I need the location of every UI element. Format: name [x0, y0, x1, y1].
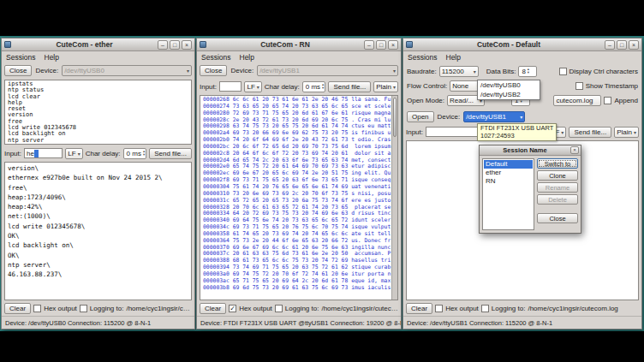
spin-value: 0 ms [127, 150, 141, 157]
input-field[interactable] [219, 81, 242, 92]
clear-button[interactable]: Clear [4, 303, 31, 314]
baudrate-combo[interactable]: 115200 ▾ [439, 66, 479, 77]
logging-checkbox[interactable] [80, 305, 87, 312]
clear-button[interactable]: Clear [200, 303, 226, 314]
device-label: Device: [35, 67, 58, 74]
logging-label: Logging to: [90, 305, 124, 312]
combo-value: Plain [376, 83, 391, 91]
chevron-down-icon: ▾ [520, 114, 522, 120]
send-file-button[interactable]: Send file... [328, 81, 371, 92]
maximize-icon[interactable]: □ [617, 40, 627, 50]
command-history-area[interactable]: ipstats ntp status lcd clear help reset … [4, 80, 192, 145]
hex-output-checkbox[interactable]: ✓ [229, 305, 236, 312]
logging-checkbox[interactable] [275, 305, 283, 312]
device-combo[interactable]: /dev/ttyUSB0 ▾ [62, 65, 192, 76]
close-icon[interactable]: × [388, 40, 398, 50]
delete-button[interactable]: Delete [537, 194, 578, 205]
log-file-field[interactable]: cutecom.log [553, 95, 601, 106]
menu-sessions[interactable]: Sessions [201, 53, 231, 62]
menubar: Sessions Help [2, 51, 194, 62]
session-item-default[interactable]: Default [484, 160, 533, 169]
minimize-icon[interactable]: – [158, 40, 168, 50]
menu-help[interactable]: Help [45, 53, 59, 62]
display-ctrl-checkbox[interactable] [559, 68, 567, 75]
hex-output-area[interactable]: 00000268 6c 6c 61 20 73 61 6e 61 2e 20 4… [200, 95, 398, 300]
spin-down-icon[interactable]: ▾ [528, 71, 529, 74]
status-bar: Device: /dev/ttyUSB1 Connection: 115200 … [403, 316, 641, 329]
maximize-icon[interactable]: □ [170, 40, 180, 50]
close-icon[interactable]: × [629, 40, 639, 50]
clone-button[interactable]: Clone [537, 170, 578, 181]
databits-spinner[interactable]: 8 ▴▾ [518, 66, 537, 77]
output-text: version\ ethernex e927b0e built on Nov 2… [5, 163, 191, 281]
chevron-down-icon: ▾ [474, 68, 476, 74]
device-option-usb2[interactable]: /dev/ttyUSB2 [478, 90, 540, 99]
output-area[interactable]: version\ ethernex e927b0e built on Nov 2… [4, 162, 192, 300]
send-file-button[interactable]: Send file... [569, 127, 611, 138]
menu-sessions[interactable]: Sessions [6, 53, 36, 62]
combo-value: LF [247, 83, 254, 91]
maximize-icon[interactable]: □ [376, 40, 386, 50]
minimize-icon[interactable]: – [364, 40, 374, 50]
menu-sessions[interactable]: Sessions [408, 53, 438, 62]
display-mode-combo[interactable]: Plain ▾ [373, 81, 398, 92]
menu-help[interactable]: Help [446, 53, 461, 62]
combo-value: cutecom.log [556, 97, 593, 104]
line-end-combo[interactable]: LF ▾ [244, 81, 261, 92]
char-delay-spinner[interactable]: 0 ms ▴▾ [302, 81, 326, 92]
rename-button[interactable]: Rename [537, 182, 578, 193]
menu-help[interactable]: Help [240, 53, 254, 62]
dialog-buttons: Switch to Clone Rename Delete Close [537, 158, 578, 230]
hex-output-label: Hex output [44, 305, 77, 312]
titlebar[interactable]: CuteCom - RN – □ × [197, 39, 401, 51]
titlebar[interactable]: CuteCom - Default – □ × [403, 39, 641, 51]
command-history-text: ipstats ntp status lcd clear help reset … [5, 80, 191, 145]
display-mode-combo[interactable]: Plain ▾ [614, 127, 639, 138]
app-icon [4, 41, 11, 48]
minimize-icon[interactable]: – [605, 40, 615, 50]
close-session-button[interactable]: Close [4, 65, 32, 76]
open-button[interactable]: Open [407, 111, 434, 122]
window-title: CuteCom - RN [208, 40, 362, 49]
hex-output-checkbox[interactable] [33, 305, 41, 312]
append-checkbox[interactable] [604, 97, 611, 104]
session-item-rn[interactable]: RN [484, 177, 533, 186]
logging-path: /home/cyc1ingsir/cutecom.log [126, 305, 192, 312]
session-toolbar: Close Device: /dev/ttyUSB1 ▾ [197, 62, 401, 79]
device-dropdown-list: /dev/ttyUSB0 /dev/ttyUSB2 [477, 80, 540, 100]
app-icon [406, 41, 413, 48]
close-session-button[interactable]: Close [200, 65, 227, 76]
combo-value: 115200 [442, 68, 464, 75]
append-label: Append [614, 97, 638, 104]
char-delay-spinner[interactable]: 0 ms ▴▾ [123, 148, 147, 159]
dialog-title: Session Name [481, 146, 569, 154]
line-end-combo[interactable]: LF ▾ [65, 148, 82, 159]
device-combo[interactable]: /dev/ttyUSB1 ▾ [257, 65, 398, 76]
dialog-titlebar[interactable]: Session Name × [480, 145, 581, 156]
show-timestamp-checkbox[interactable] [575, 82, 583, 90]
clear-button[interactable]: Clear [406, 303, 432, 314]
scrollbar-thumb[interactable] [393, 98, 397, 137]
spin-down-icon[interactable]: ▾ [143, 153, 145, 157]
logging-checkbox[interactable] [481, 305, 489, 312]
titlebar[interactable]: CuteCom - ether – □ × [2, 39, 194, 51]
combo-value: LF [68, 150, 75, 157]
hex-output-checkbox[interactable] [435, 305, 443, 312]
flow-control-label: Flow Control: [407, 82, 447, 90]
close-button[interactable]: Close [537, 213, 578, 223]
spin-down-icon[interactable]: ▾ [520, 100, 522, 104]
combo-value: /dev/ttyUSB1 [466, 113, 506, 121]
switch-to-button[interactable]: Switch to [537, 158, 578, 169]
logging-path: /home/cyc1ingsir/cutecom.log [528, 305, 617, 312]
device-option-usb0[interactable]: /dev/ttyUSB0 [478, 80, 540, 90]
close-icon[interactable]: × [182, 40, 192, 50]
input-field[interactable]: he [24, 148, 63, 158]
menubar: Sessions Help [197, 51, 401, 62]
spin-down-icon[interactable]: ▾ [322, 86, 324, 90]
session-item-ether[interactable]: ether [484, 169, 533, 177]
close-icon[interactable]: × [570, 146, 579, 154]
char-delay-label: Char delay: [265, 83, 300, 91]
send-file-button[interactable]: Send file... [149, 148, 192, 159]
device-combo[interactable]: /dev/ttyUSB1 ▾ [463, 111, 525, 122]
vertical-scrollbar[interactable] [391, 96, 397, 300]
